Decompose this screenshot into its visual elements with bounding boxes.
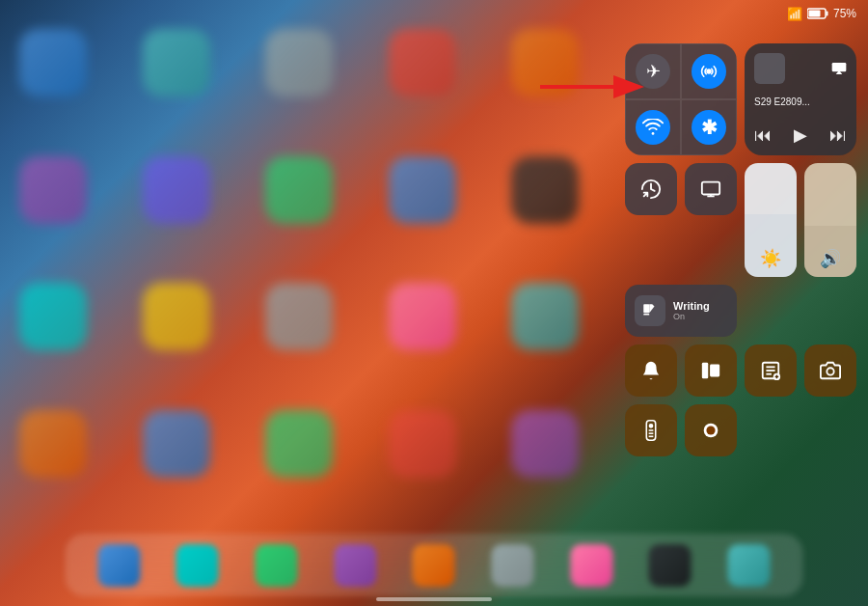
notes-button[interactable] [745, 344, 797, 397]
battery-percent: 75% [833, 7, 856, 20]
wifi-icon: 📶 [787, 7, 802, 21]
dock-icon-2 [256, 544, 298, 587]
media-block: S29 E2809... ⏮ ▶ ⏭ [745, 43, 856, 155]
bluetooth-icon: ✱ [692, 110, 726, 145]
svg-rect-11 [710, 365, 719, 377]
dock-icon-8 [728, 544, 771, 587]
wifi-button[interactable] [625, 99, 681, 155]
home-indicator [376, 597, 492, 601]
writing-text-group: Writing On [673, 300, 710, 321]
writing-tools-button[interactable]: Writing On [625, 285, 737, 337]
home-icon-6 [143, 156, 210, 224]
svg-point-26 [706, 426, 715, 434]
hotspot-button[interactable] [681, 43, 737, 99]
svg-rect-2 [808, 11, 820, 17]
bell-icon [640, 360, 662, 381]
cc-row-1: ✈ [625, 43, 856, 155]
writing-sublabel: On [673, 312, 710, 321]
airplay-area[interactable] [831, 61, 847, 76]
dock-icon-4 [413, 544, 455, 587]
dock-icon-6 [570, 544, 612, 587]
dock-icon-1 [176, 544, 219, 587]
stage-manager-button[interactable] [685, 344, 737, 397]
home-icon-14 [511, 283, 579, 350]
focus-button[interactable] [625, 344, 677, 397]
cc-row-3: Writing On [625, 285, 856, 337]
home-icon-5 [19, 156, 87, 224]
home-icon-9 [511, 156, 579, 224]
svg-point-19 [827, 368, 833, 374]
status-bar: 📶 75% [675, 0, 868, 27]
svg-rect-7 [702, 182, 719, 195]
svg-rect-1 [826, 12, 827, 16]
home-icon-17 [265, 410, 333, 478]
home-icon-3 [389, 29, 456, 96]
airplane-icon: ✈ [636, 54, 670, 89]
home-icon-15 [19, 410, 87, 478]
home-screen-icons [19, 29, 617, 519]
home-icon-8 [389, 156, 456, 224]
notes-icon [760, 360, 781, 381]
pencil-icon [641, 302, 659, 319]
home-icon-4 [511, 29, 579, 96]
writing-label: Writing [673, 300, 710, 312]
hotspot-icon [692, 54, 726, 89]
media-header [754, 53, 847, 84]
home-icon-13 [389, 283, 456, 350]
dock [66, 534, 803, 596]
screen-mirror-icon [700, 179, 721, 200]
stage-manager-icon [700, 360, 721, 381]
home-icon-7 [265, 156, 333, 224]
orientation-lock-icon [640, 179, 662, 200]
camera-icon [820, 360, 841, 381]
media-forward-button[interactable]: ⏭ [829, 125, 847, 146]
sliders-group: ☀️ 🔊 [745, 163, 856, 277]
home-icon-11 [143, 283, 210, 350]
svg-rect-9 [643, 314, 649, 316]
brightness-slider[interactable]: ☀️ [745, 163, 797, 277]
home-icon-18 [389, 410, 456, 478]
remote-icon [642, 420, 660, 441]
svg-point-21 [649, 425, 652, 427]
svg-point-5 [706, 69, 712, 74]
wifi-btn-icon [636, 110, 670, 145]
brightness-icon: ☀️ [760, 248, 781, 269]
dock-icon-7 [649, 544, 692, 587]
cc-row-4 [625, 344, 856, 397]
cc-row-2: ☀️ 🔊 [625, 163, 856, 277]
lock-mirror-group [625, 163, 737, 277]
dock-icon-5 [492, 544, 534, 587]
volume-icon: 🔊 [820, 248, 841, 269]
home-icon-19 [511, 410, 579, 478]
svg-rect-8 [643, 304, 649, 313]
battery-icon [807, 8, 828, 19]
airplane-mode-button[interactable]: ✈ [625, 43, 681, 99]
bluetooth-button[interactable]: ✱ [681, 99, 737, 155]
home-icon-16 [143, 410, 210, 478]
screen-mirror-button[interactable] [685, 163, 737, 215]
cc-row-5 [625, 404, 856, 456]
airplay-icon [831, 61, 847, 76]
home-icon-1 [143, 29, 210, 96]
orientation-lock-button[interactable] [625, 163, 677, 215]
control-center: ✈ [625, 43, 856, 456]
svg-rect-10 [702, 363, 708, 379]
media-device-name: S29 E2809... [754, 96, 847, 107]
connectivity-block: ✈ [625, 43, 737, 155]
screen-record-button[interactable] [685, 404, 737, 456]
media-play-button[interactable]: ▶ [794, 124, 807, 146]
media-rewind-button[interactable]: ⏮ [754, 125, 772, 146]
home-icon-2 [265, 29, 333, 96]
record-icon [700, 420, 721, 441]
home-icon-12 [265, 283, 333, 350]
home-icon-0 [19, 29, 87, 96]
media-album-art [754, 53, 785, 84]
dock-icon-0 [97, 544, 140, 587]
dock-icon-3 [334, 544, 376, 587]
camera-button[interactable] [804, 344, 856, 397]
volume-slider[interactable]: 🔊 [804, 163, 856, 277]
media-controls: ⏮ ▶ ⏭ [754, 124, 847, 146]
writing-tools-icon [635, 295, 665, 326]
remote-button[interactable] [625, 404, 677, 456]
home-icon-10 [19, 283, 87, 350]
